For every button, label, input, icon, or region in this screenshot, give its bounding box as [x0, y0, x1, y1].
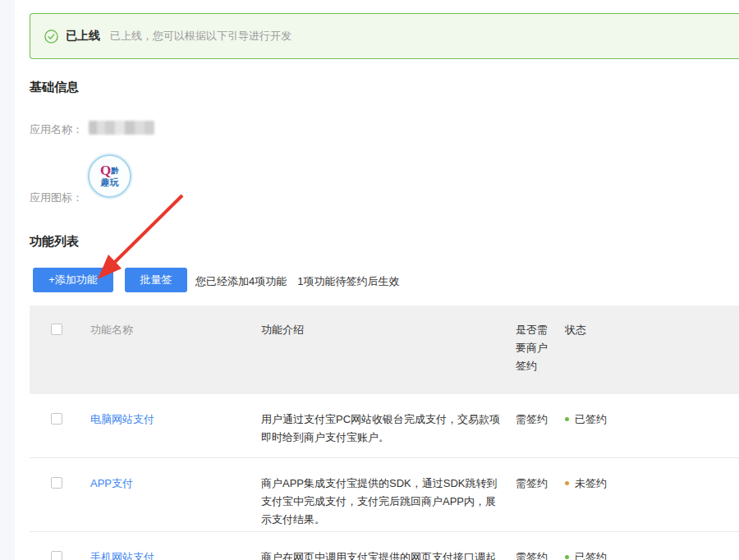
- app-icon-label: 应用图标：: [30, 190, 83, 205]
- banner-description: 已上线，您可以根据以下引导进行开发: [110, 29, 291, 44]
- add-feature-button[interactable]: +添加功能: [33, 268, 113, 292]
- sign-required-value: 需签约: [516, 411, 565, 429]
- table-header: 功能名称 功能介绍 是否需要商户签约 状态: [30, 305, 739, 394]
- table-row: 电脑网站支付 用户通过支付宝PC网站收银台完成支付，交易款项即时给到商户支付宝账…: [30, 394, 739, 458]
- feature-description: 商户APP集成支付宝提供的SDK，通过SDK跳转到支付宝中完成支付，支付完后跳回…: [261, 475, 516, 529]
- feature-description: 用户通过支付宝PC网站收银台完成支付，交易款项即时给到商户支付宝账户。: [261, 411, 516, 447]
- basic-info-title: 基础信息: [30, 80, 79, 95]
- status-text: 已签约: [575, 549, 607, 560]
- row-checkbox[interactable]: [51, 477, 62, 489]
- feature-table: 功能名称 功能介绍 是否需要商户签约 状态 电脑网站支付 用户通过支付宝PC网站…: [30, 305, 739, 560]
- status-dot: [565, 555, 569, 559]
- app-icon: Q黔 趣玩: [88, 154, 131, 198]
- status-dot: [565, 417, 569, 421]
- table-row: APP支付 商户APP集成支付宝提供的SDK，通过SDK跳转到支付宝中完成支付，…: [30, 458, 739, 532]
- feature-summary-text: 您已经添加4项功能 1项功能待签约后生效: [195, 274, 399, 289]
- app-name-label: 应用名称：: [30, 122, 83, 137]
- header-feature-intro: 功能介绍: [261, 321, 516, 339]
- feature-link[interactable]: 手机网站支付: [90, 551, 154, 560]
- status-dot: [565, 481, 569, 485]
- sidebar-edge: [0, 0, 15, 560]
- row-checkbox[interactable]: [51, 551, 62, 560]
- check-circle-icon: [44, 30, 58, 44]
- header-sign-required: 是否需要商户签约: [516, 321, 553, 375]
- app-icon-letter: Q: [100, 163, 111, 177]
- header-feature-name: 功能名称: [90, 321, 261, 339]
- sign-required-value: 需签约: [516, 549, 565, 560]
- app-icon-char: 黔: [111, 167, 119, 175]
- batch-sign-button[interactable]: 批量签约: [125, 268, 187, 292]
- feature-link[interactable]: 电脑网站支付: [90, 413, 154, 425]
- status-banner: 已上线 已上线，您可以根据以下引导进行开发: [30, 13, 739, 59]
- row-checkbox[interactable]: [51, 413, 62, 425]
- status-text: 未签约: [575, 475, 607, 493]
- sign-required-value: 需签约: [516, 475, 565, 493]
- select-all-checkbox[interactable]: [51, 324, 62, 335]
- feature-description: 商户在网页中调用支付宝提供的网页支付接口调起支: [261, 549, 516, 560]
- table-row: 手机网站支付 商户在网页中调用支付宝提供的网页支付接口调起支 需签约 已签约: [30, 532, 739, 560]
- app-icon-chars: 趣玩: [101, 177, 119, 188]
- header-status: 状态: [553, 321, 739, 339]
- feature-link[interactable]: APP支付: [90, 477, 133, 489]
- banner-title: 已上线: [66, 29, 100, 44]
- feature-list-title: 功能列表: [30, 234, 79, 250]
- app-name-redacted-value: [89, 121, 154, 135]
- status-text: 已签约: [575, 411, 607, 429]
